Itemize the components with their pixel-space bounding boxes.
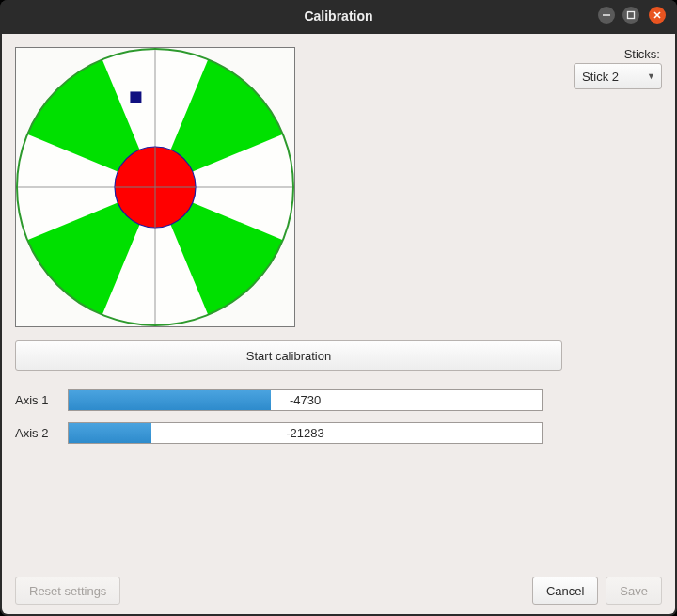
client-area: Sticks: Stick 2 ▼ Start calibration Axis… — [2, 34, 675, 614]
window-title: Calibration — [304, 8, 372, 24]
titlebar: Calibration — [0, 0, 677, 32]
axis-value: -21283 — [69, 423, 542, 443]
stick-selector-group: Sticks: Stick 2 ▼ — [574, 47, 662, 89]
save-button[interactable]: Save — [606, 577, 662, 605]
axis-bar: -4730 — [68, 389, 543, 411]
calibration-window: Calibration Sticks: Stick 2 ▼ Sta — [0, 0, 677, 616]
axis-label: Axis 2 — [15, 426, 68, 440]
sticks-dropdown[interactable]: Stick 2 ▼ — [574, 63, 662, 89]
axes-list: Axis 1-4730Axis 2-21283 — [15, 389, 662, 455]
axis-label: Axis 1 — [15, 393, 68, 407]
reset-settings-button[interactable]: Reset settings — [15, 577, 120, 605]
sticks-label: Sticks: — [574, 47, 662, 61]
axis-row: Axis 1-4730 — [15, 389, 662, 411]
cancel-label: Cancel — [546, 584, 584, 598]
save-label: Save — [620, 584, 648, 598]
close-icon[interactable] — [649, 7, 666, 24]
stick-visual — [15, 47, 295, 327]
svg-rect-1 — [628, 12, 635, 19]
maximize-icon[interactable] — [622, 7, 639, 24]
dialog-button-bar: Reset settings Cancel Save — [15, 571, 662, 605]
reset-settings-label: Reset settings — [29, 584, 106, 598]
svg-rect-11 — [130, 91, 141, 103]
sticks-dropdown-value: Stick 2 — [582, 70, 619, 84]
cancel-button[interactable]: Cancel — [532, 577, 598, 605]
start-calibration-button[interactable]: Start calibration — [15, 340, 562, 371]
axis-bar: -21283 — [68, 422, 543, 444]
start-calibration-label: Start calibration — [246, 349, 331, 363]
top-row: Sticks: Stick 2 ▼ — [15, 47, 662, 327]
chevron-down-icon: ▼ — [647, 71, 655, 81]
axis-row: Axis 2-21283 — [15, 422, 662, 444]
minimize-icon[interactable] — [598, 7, 615, 24]
axis-value: -4730 — [69, 390, 542, 410]
